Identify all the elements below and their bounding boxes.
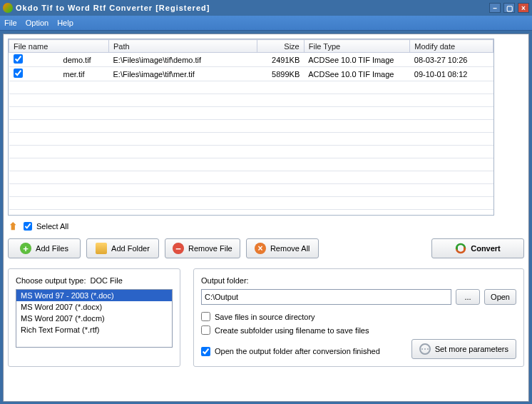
subfolder-checkbox[interactable] [201,325,210,335]
remove-all-icon [255,243,266,254]
select-all-label[interactable]: Select All [36,222,68,231]
cell-size: 5899KB [257,67,304,81]
browse-button[interactable]: ... [456,289,480,305]
output-type-option[interactable]: MS Word 2007 (*.docx) [16,301,172,313]
maximize-button[interactable]: ▢ [503,3,515,13]
table-row[interactable]: mer.tifE:\Files\image\tif\mer.tif5899KBA… [9,67,493,81]
cell-type: ACDSee 10.0 TIF Image [304,53,410,67]
output-type-option[interactable]: Rich Text Format (*.rtf) [16,324,172,335]
app-icon [3,3,13,13]
menu-help[interactable]: Help [57,19,73,27]
output-path-input[interactable] [201,289,451,305]
cell-date: 08-03-27 10:26 [410,53,493,67]
output-folder-group: Output folder: ... Open Save files in so… [193,268,524,367]
set-more-parameters-button[interactable]: Set more parameters [411,339,516,359]
menu-file[interactable]: File [4,19,17,27]
open-after-checkbox[interactable] [201,347,210,356]
convert-icon [455,243,466,254]
save-source-checkbox[interactable] [201,312,210,321]
add-files-button[interactable]: Add Files [8,238,81,258]
window-title: Okdo Tif to Word Rtf Converter [Register… [16,4,489,12]
output-type-option[interactable]: MS Word 97 - 2003 (*.doc) [16,290,172,301]
close-button[interactable]: × [518,3,529,13]
remove-all-button[interactable]: Remove All [246,238,319,258]
folder-icon [96,243,107,254]
col-date[interactable]: Modify date [410,40,493,53]
table-header: File name Path Size File Type Modify dat… [9,40,493,53]
cell-size: 2491KB [257,53,304,67]
col-size[interactable]: Size [257,40,304,53]
output-type-label: Choose output type: DOC File [16,276,173,285]
select-all-checkbox[interactable] [24,222,32,231]
remove-file-button[interactable]: Remove File [165,238,240,258]
cell-path: E:\Files\image\tif\mer.tif [109,67,257,81]
minimize-button[interactable]: – [489,3,501,13]
col-filename[interactable]: File name [9,40,109,53]
col-type[interactable]: File Type [304,40,410,53]
output-type-option[interactable]: MS Word 2007 (*.docm) [16,313,172,324]
table-row[interactable]: demo.tifE:\Files\image\tif\demo.tif2491K… [9,53,493,67]
open-folder-button[interactable]: Open [484,289,516,305]
reorder-arrows [528,40,532,118]
open-after-label[interactable]: Open the output folder after conversion … [215,347,380,355]
row-checkbox[interactable] [14,69,23,78]
cell-filename: mer.tif [59,67,109,81]
col-path[interactable]: Path [109,40,257,53]
save-source-label[interactable]: Save files in source directory [215,313,315,321]
add-icon [20,243,31,254]
row-checkbox[interactable] [14,54,23,64]
cell-path: E:\Files\image\tif\demo.tif [109,53,257,67]
menu-option[interactable]: Option [26,19,48,27]
gear-icon [419,343,431,355]
convert-button[interactable]: Convert [431,238,524,258]
add-folder-button[interactable]: Add Folder [86,238,159,258]
cell-date: 09-10-01 08:12 [410,67,493,81]
output-type-group: Choose output type: DOC File MS Word 97 … [8,268,180,367]
remove-icon [173,243,184,254]
output-type-listbox[interactable]: MS Word 97 - 2003 (*.doc)MS Word 2007 (*… [16,289,173,348]
workspace: File name Path Size File Type Modify dat… [3,34,529,402]
output-folder-label: Output folder: [201,276,516,285]
titlebar: Okdo Tif to Word Rtf Converter [Register… [0,0,532,16]
cell-type: ACDSee 10.0 TIF Image [304,67,410,81]
folder-up-icon[interactable] [9,221,19,231]
menubar: File Option Help [0,16,532,31]
subfolder-label[interactable]: Create subfolder using filename to save … [215,326,369,335]
file-list[interactable]: File name Path Size File Type Modify dat… [8,39,494,216]
cell-filename: demo.tif [59,53,109,67]
